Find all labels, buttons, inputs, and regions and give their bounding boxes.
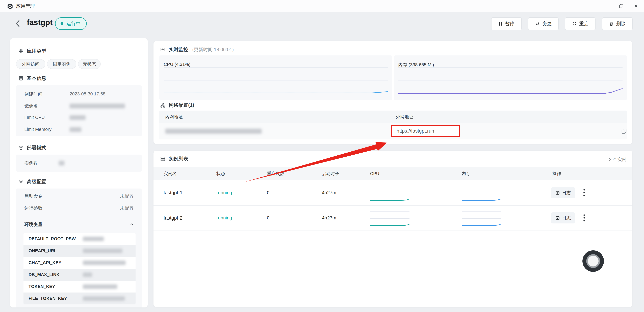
basic-info-block: 创建时间 2023-05-30 17:58 镜像名 Limit CPU Limi… [16, 85, 142, 136]
status-dot-icon [60, 22, 64, 25]
section-app-type: 应用类型 [18, 48, 46, 54]
window-title: 应用管理 [16, 0, 35, 12]
restart-button[interactable]: 重启 [565, 17, 596, 30]
section-deploy-mode-title: 部署模式 [27, 144, 46, 151]
section-instance-list: 实例列表 [160, 156, 188, 162]
col-internal-address: 内网地址 [165, 111, 183, 123]
logs-button[interactable]: 日志 [551, 187, 575, 198]
redacted-value [83, 261, 126, 265]
restart-button-label: 重启 [579, 21, 589, 27]
instance-row: fastgpt-1 running 0 4h27m 日志 [154, 180, 632, 205]
logs-button-label: 日志 [562, 190, 571, 196]
advanced-config-block: 启动命令 未配置 运行参数 未配置 环境变量 DEFAULT_ROOT_PSW … [16, 189, 142, 307]
info-row-created: 创建时间 2023-05-30 17:58 [16, 88, 142, 100]
app-logo-icon [7, 3, 13, 10]
env-key: FILE_TOKEN_KEY [24, 296, 79, 301]
section-basic-info-title: 基本信息 [27, 75, 46, 82]
row-menu-button[interactable] [580, 212, 588, 223]
redacted-value [83, 296, 125, 301]
external-url-text[interactable]: https://fastgpt.run [396, 128, 434, 134]
logs-button-label: 日志 [562, 215, 571, 221]
instance-memory-sparkline [462, 211, 501, 227]
log-icon [556, 191, 560, 195]
change-icon [535, 21, 540, 26]
redacted-value [83, 249, 122, 253]
instance-status: running [216, 205, 232, 231]
cpu-chart-label: CPU (4.31%) [164, 62, 190, 67]
pause-button-label: 暂停 [505, 21, 514, 27]
close-button[interactable] [632, 2, 641, 10]
maximize-restore-button[interactable] [617, 2, 626, 10]
restart-icon [572, 21, 577, 26]
network-table-row: https://fastgpt.run [159, 123, 627, 139]
instance-name: fastgpt-1 [164, 180, 182, 205]
env-row: DB_MAX_LINK [24, 269, 136, 281]
instance-uptime: 4h27m [322, 205, 336, 231]
col-cpu: CPU [370, 167, 379, 180]
env-key: DEFAULT_ROOT_PSW [24, 236, 79, 241]
col-status: 状态 [216, 167, 225, 180]
env-vars-toggle[interactable]: 环境变量 [16, 218, 142, 230]
col-actions: 操作 [552, 167, 561, 180]
cube-icon [18, 145, 24, 150]
chevron-up-icon[interactable] [129, 222, 134, 227]
server-list-icon [160, 156, 166, 162]
redacted-value [59, 161, 64, 166]
document-icon [18, 76, 24, 81]
tag-external-access: 外网访问 [16, 59, 45, 69]
info-label: 镜像名 [24, 103, 38, 109]
minimize-button[interactable] [602, 2, 611, 10]
pause-button[interactable]: 暂停 [491, 17, 522, 30]
redacted-value [70, 104, 125, 108]
info-row-run-params: 运行参数 未配置 [16, 202, 142, 214]
memory-chart-label: 内存 (338.655 Mi) [398, 62, 434, 68]
back-button[interactable] [14, 19, 22, 28]
env-row: CHAT_API_KEY [24, 257, 136, 269]
col-external-address: 外网地址 [396, 111, 413, 123]
info-value: 未配置 [120, 205, 134, 211]
redacted-value [83, 237, 104, 241]
row-menu-button[interactable] [580, 187, 588, 198]
grid-icon [18, 49, 24, 54]
cpu-chart-line [164, 87, 388, 97]
info-value: 未配置 [120, 193, 134, 199]
instance-table-header: 实例名 状态 重启次数 启动时长 CPU 内存 操作 [154, 167, 632, 180]
instance-row: fastgpt-2 running 0 4h27m 日志 [154, 205, 632, 231]
env-vars-title: 环境变量 [24, 221, 42, 227]
info-label: Limit CPU [24, 115, 45, 120]
instance-uptime: 4h27m [322, 180, 336, 205]
env-key: ONEAPI_URL [24, 248, 79, 253]
info-row-limit-memory: Limit Memory [16, 123, 142, 135]
info-row-limit-cpu: Limit CPU [16, 112, 142, 123]
page-title: fastgpt [27, 18, 52, 27]
info-row-instance-count: 实例数 [16, 157, 142, 169]
redacted-value [83, 284, 117, 289]
status-badge-label: 运行中 [66, 21, 80, 27]
change-button[interactable]: 变更 [528, 17, 558, 30]
copy-icon[interactable] [621, 128, 627, 134]
deploy-mode-block: 实例数 [16, 154, 142, 172]
env-row: ONEAPI_URL [24, 245, 136, 257]
external-url-box[interactable]: https://fastgpt.run [391, 125, 460, 137]
env-row: FILE_TOKEN_KEY [24, 292, 136, 304]
section-network-config: 网络配置(1) [160, 102, 194, 108]
section-app-type-title: 应用类型 [27, 48, 46, 54]
trash-icon [609, 22, 614, 26]
network-table-header: 内网地址 外网地址 [159, 111, 627, 123]
section-instance-list-title: 实例列表 [169, 155, 188, 162]
cpu-chart: CPU (4.31%) [159, 55, 392, 100]
logs-button[interactable]: 日志 [551, 212, 575, 223]
section-realtime-monitor-title: 实时监控 [169, 46, 188, 53]
env-vars-table: DEFAULT_ROOT_PSW ONEAPI_URL CHAT_API_KEY… [24, 233, 136, 304]
instance-status: running [216, 180, 232, 205]
app-type-tags: 外网访问 固定实例 无状态 [10, 59, 148, 69]
section-advanced-config-title: 高级配置 [27, 179, 46, 185]
section-network-config-title: 网络配置(1) [169, 102, 194, 108]
info-row-start-command: 启动命令 未配置 [16, 190, 142, 202]
info-row-image: 镜像名 [16, 100, 142, 112]
delete-button[interactable]: 删除 [602, 17, 632, 30]
section-realtime-monitor: 实时监控 (更新时间 18:06:01) [160, 47, 234, 52]
col-memory: 内存 [462, 167, 470, 180]
col-uptime: 启动时长 [322, 167, 339, 180]
col-restarts: 重启次数 [267, 167, 284, 180]
